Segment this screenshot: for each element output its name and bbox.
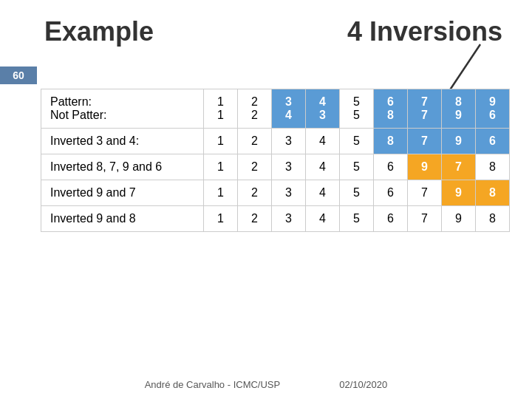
cell: 4 <box>306 180 340 206</box>
cell: 2 <box>238 129 272 154</box>
cell: 9 <box>442 180 476 206</box>
cell: 2 <box>238 154 272 180</box>
cell: 6 <box>476 129 510 154</box>
cell: 7 <box>408 206 442 232</box>
page-title: Example <box>44 16 154 47</box>
cell: 1 <box>204 154 238 180</box>
pattern-label: Pattern:Not Patter: <box>41 89 204 129</box>
table-row: Pattern:Not Patter: 11 22 34 43 55 68 77… <box>41 89 510 129</box>
main-content: Pattern:Not Patter: 11 22 34 43 55 68 77… <box>41 89 510 232</box>
row-label: Inverted 3 and 4: <box>41 129 204 154</box>
cell: 6 <box>374 206 408 232</box>
slide-number: 60 <box>0 66 37 84</box>
cell: 43 <box>306 89 340 129</box>
table-row: Inverted 9 and 7 1 2 3 4 5 6 7 9 8 <box>41 180 510 206</box>
cell: 5 <box>340 154 374 180</box>
table-row: Inverted 9 and 8 1 2 3 4 5 6 7 9 8 <box>41 206 510 232</box>
cell: 55 <box>340 89 374 129</box>
cell: 1 <box>204 206 238 232</box>
cell: 7 <box>442 154 476 180</box>
inversions-table: Pattern:Not Patter: 11 22 34 43 55 68 77… <box>41 89 510 232</box>
cell: 7 <box>408 129 442 154</box>
cell: 11 <box>204 89 238 129</box>
cell: 2 <box>238 180 272 206</box>
row-label: Inverted 8, 7, 9 and 6 <box>41 154 204 180</box>
footer: André de Carvalho - ICMC/USP 02/10/2020 <box>0 379 532 390</box>
cell: 1 <box>204 180 238 206</box>
table-row: Inverted 8, 7, 9 and 6 1 2 3 4 5 6 9 7 8 <box>41 154 510 180</box>
cell: 9 <box>442 206 476 232</box>
cell: 5 <box>340 129 374 154</box>
cell: 3 <box>272 206 306 232</box>
cell: 3 <box>272 154 306 180</box>
cell: 22 <box>238 89 272 129</box>
cell: 8 <box>476 180 510 206</box>
cell: 1 <box>204 129 238 154</box>
cell: 77 <box>408 89 442 129</box>
row-label: Inverted 9 and 8 <box>41 206 204 232</box>
cell: 6 <box>374 154 408 180</box>
cell: 6 <box>374 180 408 206</box>
footer-author: André de Carvalho - ICMC/USP <box>145 379 281 390</box>
row-label: Inverted 9 and 7 <box>41 180 204 206</box>
cell: 3 <box>272 180 306 206</box>
cell: 9 <box>442 129 476 154</box>
cell: 34 <box>272 89 306 129</box>
footer-date: 02/10/2020 <box>339 379 387 390</box>
cell: 5 <box>340 180 374 206</box>
cell: 4 <box>306 206 340 232</box>
cell: 9 <box>408 154 442 180</box>
cell: 68 <box>374 89 408 129</box>
cell: 8 <box>374 129 408 154</box>
cell: 7 <box>408 180 442 206</box>
cell: 5 <box>340 206 374 232</box>
cell: 8 <box>476 206 510 232</box>
cell: 8 <box>476 154 510 180</box>
cell: 4 <box>306 154 340 180</box>
cell: 4 <box>306 129 340 154</box>
cell: 2 <box>238 206 272 232</box>
cell: 3 <box>272 129 306 154</box>
cell: 89 <box>442 89 476 129</box>
cell: 96 <box>476 89 510 129</box>
table-row: Inverted 3 and 4: 1 2 3 4 5 8 7 9 6 <box>41 129 510 154</box>
